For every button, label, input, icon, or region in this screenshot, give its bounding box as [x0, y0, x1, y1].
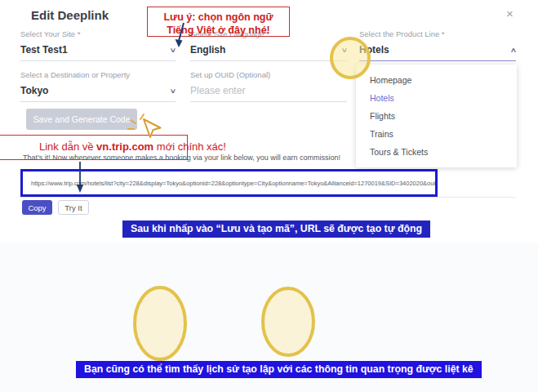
dropdown-option-homepage[interactable]: Homepage	[356, 71, 517, 89]
language-note-line2: Tiếng Việt ở đây nhé!	[148, 24, 289, 37]
annotation-language-note: Lưu ý: chọn ngôn ngữ Tiếng Việt ở đây nh…	[147, 7, 290, 37]
chevron-down-icon: ∨	[341, 47, 349, 54]
ouid-placeholder: Please enter	[190, 85, 245, 96]
select-product-line-value: Hotels	[359, 44, 389, 56]
ouid-label: Set up OUID (Optional)	[190, 70, 347, 79]
chevron-down-icon: ∨	[170, 47, 177, 54]
chevron-up-icon: ∧	[510, 47, 518, 54]
annotation-history-banner: Bạn cũng có thể tìm thấy lịch sử tạo lập…	[76, 361, 482, 378]
language-note-line1: Lưu ý: chọn ngôn ngữ	[148, 11, 289, 24]
dropdown-option-flights[interactable]: Flights	[356, 107, 517, 125]
select-destination-value: Tokyo	[20, 85, 48, 96]
page: Edit Deeplink × Select Your Site * Test …	[0, 0, 538, 392]
select-destination-label: Select a Destination or Property	[20, 70, 176, 79]
ouid-field[interactable]: Set up OUID (Optional) Please enter	[190, 70, 347, 102]
product-line-dropdown: Homepage Hotels Flights Trains Tours & T…	[356, 65, 517, 167]
link-note-post: mới chính xác!	[153, 140, 226, 153]
chevron-down-icon: ∨	[170, 87, 177, 95]
dropdown-option-trains[interactable]: Trains	[356, 125, 517, 143]
select-your-site-value: Test Test1	[20, 44, 68, 56]
deeplink-url-text[interactable]: https://www.trip.com/hotels/list?city=22…	[23, 180, 435, 187]
try-it-button[interactable]: Try It	[58, 200, 89, 215]
select-site-language-value: English	[190, 44, 225, 56]
select-product-line-label: Select the Product Line *	[359, 29, 516, 38]
select-destination-field[interactable]: Select a Destination or Property Tokyo ∨	[20, 70, 176, 102]
annotation-link-note-text: Link dẫn về vn.trip.com mới chính xác!	[39, 140, 226, 153]
dropdown-option-hotels[interactable]: Hotels	[356, 89, 517, 107]
dropdown-option-tours-tickets[interactable]: Tours & Tickets	[356, 143, 517, 161]
select-product-line-field[interactable]: Select the Product Line * Hotels ∧	[359, 29, 516, 61]
dialog-title: Edit Deeplink	[31, 8, 109, 22]
copy-button[interactable]: Copy	[22, 200, 52, 215]
close-icon[interactable]: ×	[506, 7, 514, 20]
save-and-generate-code-button[interactable]: Save and Generate Code	[26, 109, 137, 130]
link-note-pre: Link dẫn về	[39, 140, 96, 153]
link-note-domain: vn.trip.com	[96, 140, 153, 153]
url-highlight-box: https://www.trip.com/hotels/list?city=22…	[20, 169, 438, 197]
annotation-url-banner: Sau khi nhấp vào “Lưu và tạo mã”, URL sẽ…	[122, 220, 430, 238]
